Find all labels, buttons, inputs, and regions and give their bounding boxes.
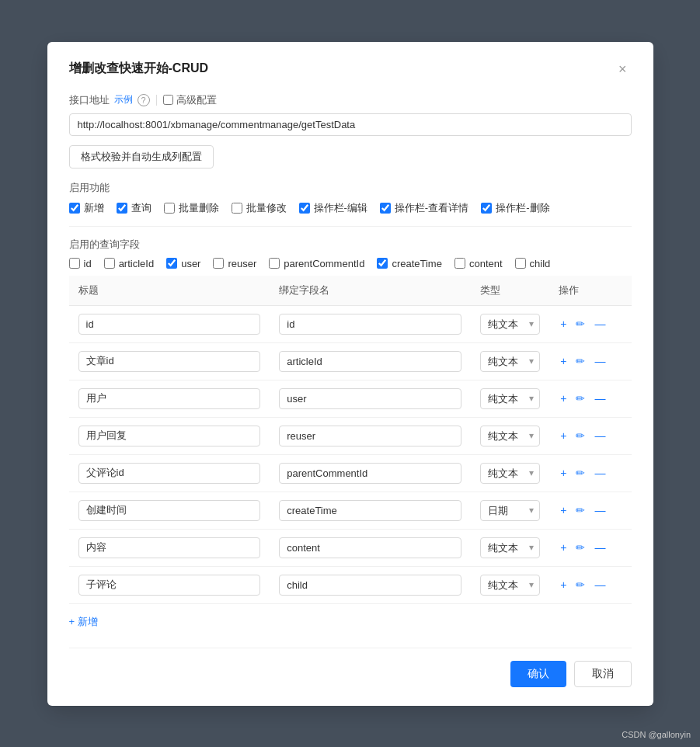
title-input-3[interactable]	[78, 426, 261, 446]
type-select-5[interactable]: 纯文本日期图片链接标签	[480, 500, 540, 521]
feature-checkbox-feat_op_edit[interactable]: 操作栏-编辑	[299, 201, 367, 215]
watermark: CSDN @gallonyin	[622, 730, 691, 739]
validate-button[interactable]: 格式校验并自动生成列配置	[69, 145, 214, 169]
type-select-0[interactable]: 纯文本日期图片链接标签	[480, 314, 540, 335]
advanced-config-checkbox[interactable]	[163, 95, 173, 105]
table-row: 纯文本日期图片链接标签+✏—	[69, 492, 632, 529]
query-field-checkbox-qf_child[interactable]: child	[515, 258, 551, 269]
query-field-checkbox-qf_articleId[interactable]: articleId	[104, 258, 155, 269]
query-field-checkbox-input-qf_user[interactable]	[166, 258, 177, 269]
query-fields-label: 启用的查询字段	[69, 238, 632, 252]
field-input-6[interactable]	[279, 537, 461, 558]
feature-checkbox-input-feat_op_del[interactable]	[481, 203, 492, 214]
field-input-1[interactable]	[279, 351, 461, 372]
query-field-checkbox-qf_parentCommentId[interactable]: parentCommentId	[269, 258, 364, 269]
field-input-0[interactable]	[279, 314, 461, 335]
query-field-label-qf_parentCommentId: parentCommentId	[284, 258, 364, 269]
table-row: 纯文本日期图片链接标签+✏—	[69, 454, 632, 492]
feature-checkbox-input-feat_op_detail[interactable]	[380, 203, 391, 214]
title-input-7[interactable]	[78, 575, 261, 596]
query-field-label-qf_user: user	[181, 258, 200, 269]
action-add-btn-1[interactable]: +	[559, 354, 568, 368]
action-add-btn-4[interactable]: +	[559, 466, 568, 480]
confirm-button[interactable]: 确认	[510, 661, 566, 687]
add-row-button[interactable]: + 新增	[69, 615, 98, 629]
action-delete-btn-4[interactable]: —	[593, 466, 607, 480]
feature-checkbox-feat_batch_edit[interactable]: 批量修改	[232, 201, 287, 215]
action-add-btn-7[interactable]: +	[559, 578, 568, 592]
action-delete-btn-3[interactable]: —	[593, 429, 607, 443]
action-edit-btn-2[interactable]: ✏	[574, 391, 587, 405]
action-add-btn-5[interactable]: +	[559, 503, 568, 517]
feature-checkbox-label-feat_op_edit: 操作栏-编辑	[314, 201, 367, 215]
action-delete-btn-0[interactable]: —	[593, 317, 607, 331]
table-col-header: 操作	[549, 276, 631, 306]
type-select-7[interactable]: 纯文本日期图片链接标签	[480, 575, 540, 596]
feature-checkbox-label-feat_query: 查询	[131, 201, 151, 215]
action-edit-btn-1[interactable]: ✏	[574, 354, 587, 368]
title-input-6[interactable]	[78, 537, 261, 558]
title-input-5[interactable]	[78, 500, 261, 521]
action-add-btn-6[interactable]: +	[559, 540, 568, 554]
action-add-btn-2[interactable]: +	[559, 391, 568, 405]
feature-checkbox-input-feat_add[interactable]	[69, 203, 80, 214]
close-button[interactable]: ×	[614, 61, 632, 78]
action-delete-btn-7[interactable]: —	[593, 578, 607, 592]
feature-checkbox-feat_query[interactable]: 查询	[117, 201, 151, 215]
cancel-button[interactable]: 取消	[574, 661, 632, 687]
feature-checkbox-input-feat_batch_del[interactable]	[164, 203, 175, 214]
type-select-2[interactable]: 纯文本日期图片链接标签	[480, 388, 540, 409]
query-field-checkbox-qf_id[interactable]: id	[69, 258, 92, 269]
feature-checkbox-feat_op_del[interactable]: 操作栏-删除	[481, 201, 549, 215]
query-field-checkbox-input-qf_id[interactable]	[69, 258, 80, 269]
title-input-1[interactable]	[78, 351, 261, 372]
field-input-2[interactable]	[279, 388, 461, 409]
field-input-5[interactable]	[279, 500, 461, 521]
help-icon[interactable]: ?	[138, 94, 150, 106]
title-input-0[interactable]	[78, 314, 261, 335]
query-field-checkbox-input-qf_reuser[interactable]	[213, 258, 224, 269]
advanced-config-checkbox-wrapper[interactable]: 高级配置	[163, 93, 217, 107]
feature-checkbox-feat_add[interactable]: 新增	[69, 201, 104, 215]
query-field-label-qf_createTime: createTime	[392, 258, 442, 269]
query-field-checkbox-qf_reuser[interactable]: reuser	[213, 258, 256, 269]
title-input-2[interactable]	[78, 388, 261, 409]
action-edit-btn-4[interactable]: ✏	[574, 466, 587, 480]
action-add-btn-3[interactable]: +	[559, 429, 568, 443]
type-select-4[interactable]: 纯文本日期图片链接标签	[480, 463, 540, 484]
query-field-checkbox-input-qf_parentCommentId[interactable]	[269, 258, 280, 269]
action-delete-btn-6[interactable]: —	[593, 540, 607, 554]
table-row: 纯文本日期图片链接标签+✏—	[69, 305, 632, 342]
action-edit-btn-5[interactable]: ✏	[574, 503, 587, 517]
action-add-btn-0[interactable]: +	[559, 317, 568, 331]
feature-checkbox-input-feat_batch_edit[interactable]	[232, 203, 242, 214]
field-input-3[interactable]	[279, 426, 461, 446]
query-field-checkbox-qf_content[interactable]: content	[454, 258, 503, 269]
feature-checkbox-input-feat_query[interactable]	[117, 203, 127, 214]
action-edit-btn-7[interactable]: ✏	[574, 578, 587, 592]
action-edit-btn-6[interactable]: ✏	[574, 540, 587, 554]
modal-overlay: 增删改查快速开始-CRUD × 接口地址 示例 ? 高级配置 格式校验并自动生成…	[0, 0, 700, 747]
query-field-checkbox-input-qf_child[interactable]	[515, 258, 526, 269]
type-select-3[interactable]: 纯文本日期图片链接标签	[480, 426, 540, 446]
feature-checkbox-input-feat_op_edit[interactable]	[299, 203, 310, 214]
action-delete-btn-5[interactable]: —	[593, 503, 607, 517]
type-select-6[interactable]: 纯文本日期图片链接标签	[480, 537, 540, 558]
field-input-7[interactable]	[279, 575, 461, 596]
query-field-checkbox-qf_createTime[interactable]: createTime	[377, 258, 442, 269]
query-field-checkbox-input-qf_articleId[interactable]	[104, 258, 115, 269]
type-select-1[interactable]: 纯文本日期图片链接标签	[480, 351, 540, 372]
action-edit-btn-3[interactable]: ✏	[574, 429, 587, 443]
feature-checkbox-feat_op_detail[interactable]: 操作栏-查看详情	[380, 201, 468, 215]
url-input[interactable]	[69, 113, 632, 136]
query-field-checkbox-input-qf_createTime[interactable]	[377, 258, 388, 269]
action-delete-btn-1[interactable]: —	[593, 354, 607, 368]
field-input-4[interactable]	[279, 463, 461, 484]
title-input-4[interactable]	[78, 463, 261, 484]
features-checkbox-group: 新增查询批量删除批量修改操作栏-编辑操作栏-查看详情操作栏-删除	[69, 201, 632, 215]
action-edit-btn-0[interactable]: ✏	[574, 317, 587, 331]
query-field-checkbox-input-qf_content[interactable]	[454, 258, 465, 269]
feature-checkbox-feat_batch_del[interactable]: 批量删除	[164, 201, 219, 215]
action-delete-btn-2[interactable]: —	[593, 391, 607, 405]
query-field-checkbox-qf_user[interactable]: user	[166, 258, 200, 269]
